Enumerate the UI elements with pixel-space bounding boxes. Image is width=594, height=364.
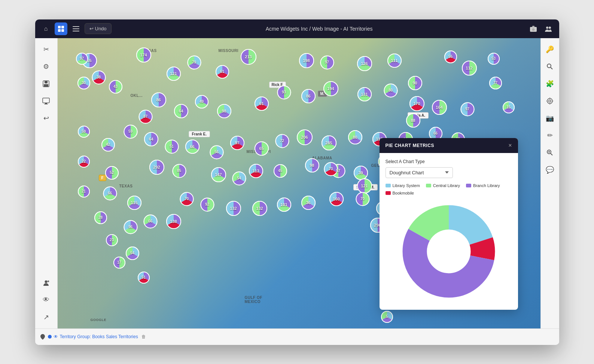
top-bar: ⌂ ↩ Undo Acme Widget — [35, 19, 559, 38]
chart-legend: Library System Central Library Branch Li… — [386, 183, 512, 195]
top-bar-right — [527, 22, 555, 35]
svg-point-208 — [547, 64, 551, 68]
zoom-search-icon[interactable] — [542, 145, 557, 160]
chart-type-select[interactable]: Doughnut Chart Pie Chart Bar Chart — [386, 167, 453, 178]
bottom-bar: 👁 Territory Group: Books Sales Territori… — [35, 328, 559, 345]
pie-panel-body: Select A Chart Type Doughnut Chart Pie C… — [380, 153, 518, 310]
camera-icon[interactable]: 📷 — [542, 111, 557, 126]
export-icon[interactable]: ↗ — [39, 310, 54, 325]
map-container[interactable]: KANSAS MISSOURI OKL... MISSISSIPPI ALABA… — [58, 38, 540, 328]
svg-point-19 — [48, 281, 49, 282]
svg-rect-2 — [58, 29, 61, 32]
svg-point-210 — [547, 98, 552, 104]
app-title: Acme Widgets Inc / Web Image - AI Territ… — [115, 26, 524, 32]
legend-color-central-library — [426, 184, 431, 187]
svg-rect-15 — [43, 98, 49, 103]
user-settings-icon[interactable] — [39, 275, 54, 290]
legend-label-central-library: Central Library — [433, 183, 460, 188]
territory-dot — [48, 335, 52, 339]
chart-type-label: Select A Chart Type — [386, 159, 512, 164]
doughnut-chart-container — [386, 199, 512, 304]
sandra-m-label: Sandra M. — [353, 184, 378, 190]
legend-item-bookmobile: Bookmobile — [386, 191, 414, 195]
puzzle-icon[interactable]: 🧩 — [542, 76, 557, 91]
legend-item-branch-library: Branch Library — [466, 183, 500, 188]
legend-item-central-library: Central Library — [426, 183, 460, 188]
pie-chart-panel: PIE CHART METRICS × Select A Chart Type … — [380, 138, 518, 310]
chat-icon[interactable]: 💬 — [542, 162, 557, 177]
screenshot-button[interactable] — [527, 22, 540, 35]
f-label: F — [99, 175, 106, 181]
top-bar-left: ⌂ ↩ Undo — [40, 22, 112, 35]
search-icon[interactable] — [542, 59, 557, 74]
app-window: ⌂ ↩ Undo Acme Widget — [35, 19, 559, 345]
svg-point-11 — [549, 27, 551, 29]
right-sidebar: 🔑 🧩 📷 ✏ — [540, 38, 559, 328]
legend-color-library-system — [386, 184, 391, 187]
location-pin-icon — [40, 334, 46, 340]
svg-rect-5 — [73, 28, 79, 29]
edit-icon[interactable]: ✏ — [542, 128, 557, 143]
svg-rect-9 — [532, 26, 534, 27]
territory-icon-eye: 👁 — [54, 334, 58, 339]
pie-panel-close-button[interactable]: × — [508, 143, 512, 149]
svg-rect-4 — [73, 26, 79, 27]
target-icon[interactable] — [542, 94, 557, 108]
svg-rect-17 — [44, 104, 48, 104]
pie-panel-header: PIE CHART METRICS × — [380, 138, 518, 153]
svg-point-211 — [549, 100, 551, 102]
monitor-icon[interactable] — [39, 94, 54, 108]
save-icon[interactable] — [39, 76, 54, 91]
frank-e-label: Frank E. — [189, 131, 210, 137]
map-view-button[interactable] — [55, 22, 67, 35]
left-sidebar: ✂ ⚙ ↩ — [35, 38, 58, 328]
svg-rect-13 — [45, 81, 48, 83]
svg-rect-3 — [61, 29, 64, 32]
redo-icon[interactable]: ↩ — [39, 111, 54, 126]
maria-a-label: Maria A. — [408, 112, 429, 119]
doughnut-chart-svg — [400, 203, 497, 300]
svg-point-8 — [532, 28, 534, 31]
legend-color-branch-library — [466, 184, 471, 187]
svg-line-217 — [551, 153, 552, 155]
m-label: M. — [318, 91, 327, 97]
settings-icon[interactable]: ⚙ — [39, 59, 54, 74]
svg-point-10 — [546, 27, 548, 29]
doughnut-hole — [428, 231, 469, 272]
svg-rect-16 — [45, 103, 47, 104]
territory-label: Territory Group: Books Sales Territories — [60, 334, 138, 339]
table-view-button[interactable] — [70, 22, 82, 35]
undo-button[interactable]: ↩ Undo — [85, 23, 112, 34]
svg-point-18 — [45, 280, 48, 283]
rick-f-label: Rick F. — [269, 82, 286, 88]
tools-icon[interactable]: ✂ — [39, 42, 54, 57]
delete-territory-button[interactable]: 🗑 — [141, 334, 146, 339]
main-layout: ✂ ⚙ ↩ — [35, 38, 559, 328]
svg-rect-6 — [73, 31, 79, 31]
pie-panel-title: PIE CHART METRICS — [386, 143, 435, 148]
svg-rect-0 — [58, 26, 61, 28]
eye-icon[interactable]: 👁 — [39, 293, 54, 308]
legend-label-library-system: Library System — [393, 183, 420, 188]
users-button[interactable] — [542, 22, 555, 35]
legend-color-bookmobile — [386, 191, 391, 195]
territory-badge: 👁 Territory Group: Books Sales Territori… — [48, 334, 146, 339]
legend-label-bookmobile: Bookmobile — [393, 191, 414, 195]
key-icon[interactable]: 🔑 — [542, 42, 557, 57]
home-button[interactable]: ⌂ — [40, 22, 52, 35]
svg-rect-1 — [61, 26, 64, 28]
svg-rect-14 — [44, 84, 48, 87]
legend-label-branch-library: Branch Library — [473, 183, 500, 188]
legend-item-library-system: Library System — [386, 183, 420, 188]
svg-line-209 — [551, 67, 552, 69]
